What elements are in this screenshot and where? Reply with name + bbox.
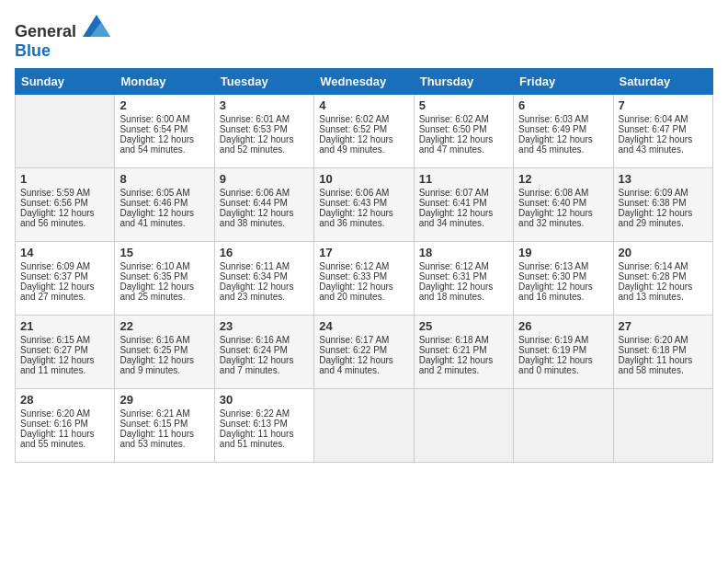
calendar-cell: 14Sunrise: 6:09 AMSunset: 6:37 PMDayligh…	[16, 242, 115, 316]
sunrise-text: Sunrise: 6:12 AM	[319, 261, 389, 271]
sunrise-text: Sunrise: 6:14 AM	[619, 261, 688, 271]
day-number: 13	[619, 172, 708, 186]
day-number: 17	[319, 246, 408, 259]
daylight-text: Daylight: 12 hours and 36 minutes.	[319, 208, 393, 228]
sunset-text: Sunset: 6:43 PM	[319, 198, 387, 208]
weekday-header-thursday: Thursday	[414, 69, 513, 95]
daylight-text: Daylight: 12 hours and 47 minutes.	[419, 134, 494, 155]
sunrise-text: Sunrise: 6:02 AM	[419, 114, 489, 124]
calendar-cell: 25Sunrise: 6:18 AMSunset: 6:21 PMDayligh…	[414, 316, 513, 389]
day-number: 8	[119, 172, 209, 186]
day-number: 12	[518, 172, 608, 186]
sunset-text: Sunset: 6:47 PM	[619, 124, 687, 134]
day-number: 28	[20, 393, 109, 407]
sunrise-text: Sunrise: 6:16 AM	[220, 335, 290, 345]
calendar-cell: 20Sunrise: 6:14 AMSunset: 6:28 PMDayligh…	[613, 242, 712, 316]
sunrise-text: Sunrise: 6:09 AM	[619, 188, 688, 198]
calendar-cell: 29Sunrise: 6:21 AMSunset: 6:15 PMDayligh…	[115, 389, 214, 463]
daylight-text: Daylight: 12 hours and 56 minutes.	[20, 208, 95, 228]
sunrise-text: Sunrise: 6:21 AM	[119, 408, 189, 419]
day-number: 26	[518, 319, 608, 333]
calendar-cell: 27Sunrise: 6:20 AMSunset: 6:18 PMDayligh…	[613, 316, 712, 389]
logo-general-text: General	[15, 22, 76, 40]
calendar-cell: 13Sunrise: 6:09 AMSunset: 6:38 PMDayligh…	[613, 168, 712, 242]
calendar-cell: 28Sunrise: 6:20 AMSunset: 6:16 PMDayligh…	[16, 389, 115, 463]
daylight-text: Daylight: 12 hours and 54 minutes.	[119, 134, 194, 155]
weekday-header-saturday: Saturday	[613, 69, 712, 95]
day-number: 11	[419, 172, 508, 186]
calendar-cell: 11Sunrise: 6:07 AMSunset: 6:41 PMDayligh…	[414, 168, 513, 242]
calendar-cell: 10Sunrise: 6:06 AMSunset: 6:43 PMDayligh…	[314, 168, 414, 242]
sunrise-text: Sunrise: 6:20 AM	[619, 335, 688, 345]
sunrise-text: Sunrise: 6:13 AM	[518, 261, 588, 271]
weekday-header-sunday: Sunday	[16, 69, 115, 95]
calendar-cell: 30Sunrise: 6:22 AMSunset: 6:13 PMDayligh…	[214, 389, 313, 463]
sunset-text: Sunset: 6:15 PM	[119, 419, 188, 429]
day-number: 14	[20, 246, 109, 259]
weekday-header-monday: Monday	[115, 69, 214, 95]
sunset-text: Sunset: 6:56 PM	[20, 198, 88, 208]
daylight-text: Daylight: 12 hours and 0 minutes.	[518, 355, 593, 375]
sunset-text: Sunset: 6:19 PM	[518, 345, 586, 355]
calendar-cell: 21Sunrise: 6:15 AMSunset: 6:27 PMDayligh…	[16, 316, 115, 389]
sunset-text: Sunset: 6:44 PM	[220, 198, 288, 208]
daylight-text: Daylight: 12 hours and 2 minutes.	[419, 355, 494, 375]
calendar-cell: 8Sunrise: 6:05 AMSunset: 6:46 PMDaylight…	[115, 168, 214, 242]
daylight-text: Daylight: 12 hours and 29 minutes.	[619, 208, 693, 228]
calendar-cell: 16Sunrise: 6:11 AMSunset: 6:34 PMDayligh…	[214, 242, 313, 316]
day-number: 5	[419, 98, 508, 112]
sunrise-text: Sunrise: 6:17 AM	[319, 335, 389, 345]
day-number: 22	[119, 319, 209, 333]
sunrise-text: Sunrise: 6:11 AM	[220, 261, 290, 271]
daylight-text: Daylight: 12 hours and 38 minutes.	[220, 208, 294, 228]
logo: General Blue	[15, 15, 110, 61]
sunset-text: Sunset: 6:34 PM	[220, 271, 288, 282]
sunrise-text: Sunrise: 6:19 AM	[518, 335, 588, 345]
sunset-text: Sunset: 6:53 PM	[220, 124, 288, 134]
daylight-text: Daylight: 12 hours and 49 minutes.	[319, 134, 393, 155]
calendar-cell	[613, 389, 712, 463]
sunset-text: Sunset: 6:46 PM	[119, 198, 188, 208]
daylight-text: Daylight: 12 hours and 43 minutes.	[619, 134, 693, 155]
daylight-text: Daylight: 11 hours and 51 minutes.	[220, 429, 294, 449]
sunrise-text: Sunrise: 6:18 AM	[419, 335, 489, 345]
sunset-text: Sunset: 6:41 PM	[419, 198, 487, 208]
day-number: 9	[220, 172, 309, 186]
daylight-text: Daylight: 12 hours and 20 minutes.	[319, 282, 393, 302]
sunrise-text: Sunrise: 6:00 AM	[119, 114, 189, 124]
calendar-cell: 19Sunrise: 6:13 AMSunset: 6:30 PMDayligh…	[514, 242, 613, 316]
day-number: 30	[220, 393, 309, 407]
sunrise-text: Sunrise: 6:07 AM	[419, 188, 489, 198]
day-number: 23	[220, 319, 309, 333]
calendar-cell: 22Sunrise: 6:16 AMSunset: 6:25 PMDayligh…	[115, 316, 214, 389]
calendar-week-4: 21Sunrise: 6:15 AMSunset: 6:27 PMDayligh…	[16, 316, 713, 389]
sunrise-text: Sunrise: 6:06 AM	[220, 188, 290, 198]
calendar-cell: 12Sunrise: 6:08 AMSunset: 6:40 PMDayligh…	[514, 168, 613, 242]
sunset-text: Sunset: 6:30 PM	[518, 271, 586, 282]
sunset-text: Sunset: 6:40 PM	[518, 198, 586, 208]
sunrise-text: Sunrise: 6:09 AM	[20, 261, 90, 271]
calendar-cell: 23Sunrise: 6:16 AMSunset: 6:24 PMDayligh…	[214, 316, 313, 389]
sunset-text: Sunset: 6:28 PM	[619, 271, 687, 282]
day-number: 20	[619, 246, 708, 259]
calendar-week-3: 14Sunrise: 6:09 AMSunset: 6:37 PMDayligh…	[16, 242, 713, 316]
sunset-text: Sunset: 6:49 PM	[518, 124, 586, 134]
day-number: 16	[220, 246, 309, 259]
day-number: 10	[319, 172, 408, 186]
sunrise-text: Sunrise: 6:15 AM	[20, 335, 90, 345]
sunrise-text: Sunrise: 6:02 AM	[319, 114, 389, 124]
daylight-text: Daylight: 12 hours and 25 minutes.	[119, 282, 194, 302]
sunset-text: Sunset: 6:31 PM	[419, 271, 487, 282]
day-number: 1	[20, 172, 109, 186]
day-number: 24	[319, 319, 408, 333]
calendar-cell: 6Sunrise: 6:03 AMSunset: 6:49 PMDaylight…	[514, 95, 613, 168]
calendar-cell: 1Sunrise: 5:59 AMSunset: 6:56 PMDaylight…	[16, 168, 115, 242]
sunrise-text: Sunrise: 6:12 AM	[419, 261, 489, 271]
day-number: 29	[119, 393, 209, 407]
day-number: 21	[20, 319, 109, 333]
sunset-text: Sunset: 6:54 PM	[119, 124, 188, 134]
calendar-cell: 9Sunrise: 6:06 AMSunset: 6:44 PMDaylight…	[214, 168, 313, 242]
calendar-cell: 24Sunrise: 6:17 AMSunset: 6:22 PMDayligh…	[314, 316, 414, 389]
sunset-text: Sunset: 6:33 PM	[319, 271, 387, 282]
daylight-text: Daylight: 12 hours and 32 minutes.	[518, 208, 593, 228]
